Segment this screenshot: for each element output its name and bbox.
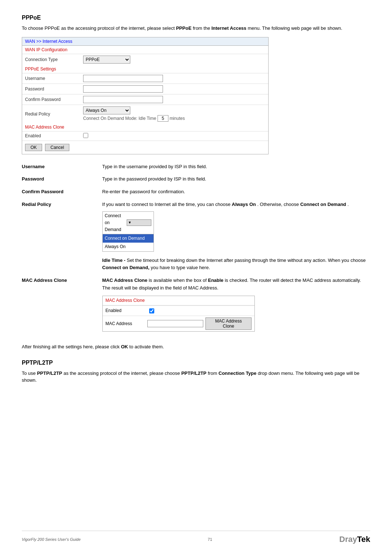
description-table: Username Type in the username provided b…: [22, 162, 370, 338]
form-header: WAN >> Internet Access: [22, 37, 268, 46]
after-text: After finishing all the settings here, p…: [22, 343, 370, 351]
after-text2: to activate them.: [129, 344, 164, 349]
password-desc-content: Type in the password provided by ISP in …: [102, 174, 370, 187]
username-desc-label: Username: [22, 162, 102, 174]
mac-desc-text2: is available when the box of: [149, 278, 208, 283]
connection-type-row: Connection Type PPPoE: [22, 54, 268, 65]
pppoe-title: PPPoE: [22, 15, 370, 21]
mac-address-row: MAC Address MAC Address Clone: [103, 316, 254, 331]
pptp-intro: To use PPTP/L2TP as the accessing protoc…: [22, 370, 370, 384]
after-ok-bold: OK: [121, 344, 128, 349]
username-desc-content: Type in the username provided by ISP in …: [102, 162, 370, 174]
footer: VigorFly 200 Series User's Guide 71 Dray…: [22, 531, 370, 544]
pppoe-intro-bold: PPPoE: [176, 25, 192, 31]
pptp-bold1: PPTP/L2TP: [37, 370, 62, 376]
idle-time-connect-demand-bold: Connect on Demand,: [102, 265, 150, 270]
pptp-title: PPTP/L2TP: [22, 360, 370, 366]
wan-ip-section: WAN IP Configuration: [22, 46, 268, 54]
redial-desc-text2: . Otherwise, choose: [257, 202, 299, 207]
confirm-password-label: Confirm Password: [25, 97, 83, 102]
redial-policy-select[interactable]: Always On Connect on Demand: [83, 106, 130, 114]
idle-time-desc-label: Idle Time -: [102, 258, 126, 263]
confirm-desc-row: Confirm Password Re-enter the password f…: [22, 187, 370, 199]
mac-desc-row: MAC Address Clone MAC Address Clone is a…: [22, 275, 370, 337]
confirm-password-control: [83, 96, 265, 103]
redial-desc-row: Redial Policy If you want to connect to …: [22, 199, 370, 275]
username-label: Username: [25, 76, 83, 81]
idle-time-desc-text1: Set the timeout for breaking down the In…: [127, 258, 366, 263]
enabled-checkbox[interactable]: [83, 133, 88, 138]
connection-type-control: PPPoE: [83, 56, 265, 64]
pppoe-internet-access-bold: Internet Access: [211, 25, 246, 31]
dropdown-illustration: Connect on Demand ▼ Connect on Demand Al…: [102, 211, 154, 252]
redial-policy-label: Redial Policy: [25, 112, 83, 117]
mac-desc-label: MAC Address Clone: [22, 275, 102, 337]
password-desc-label: Password: [22, 174, 102, 187]
mac-section: MAC Address Clone: [22, 123, 268, 131]
mac-enable-bold: Enable: [208, 278, 224, 283]
redial-connect-demand-bold: Connect on Demand: [300, 202, 346, 207]
confirm-password-input[interactable]: [83, 96, 163, 103]
idle-time-unit: minutes: [170, 116, 185, 121]
mac-enabled-row: Enabled: [103, 305, 254, 316]
idle-time-row: Connect On Demand Mode: Idle Time minute…: [83, 115, 265, 122]
redial-desc-label: Redial Policy: [22, 199, 102, 275]
dropdown-item-always[interactable]: Always On: [103, 243, 154, 251]
redial-policy-row: Redial Policy Always On Connect on Deman…: [22, 105, 268, 123]
footer-guide-text: VigorFly 200 Series User's Guide: [22, 537, 81, 542]
pptp-text3: from: [208, 370, 219, 376]
after-text1: After finishing all the settings here, p…: [22, 344, 120, 349]
mac-address-input[interactable]: [147, 320, 203, 327]
idle-time-label: Connect On Demand Mode: Idle Time: [83, 116, 156, 121]
mac-enabled-checkbox[interactable]: [149, 308, 154, 313]
footer-logo-gray: Dray: [339, 535, 357, 544]
dropdown-item-connect[interactable]: Connect on Demand: [103, 234, 154, 243]
connection-type-select[interactable]: PPPoE: [83, 56, 130, 64]
form-buttons: OK Cancel: [22, 141, 268, 154]
mac-desc-content: MAC Address Clone is available when the …: [102, 275, 370, 337]
redial-desc-content: If you want to connect to Internet all t…: [102, 199, 370, 275]
password-label: Password: [25, 86, 83, 92]
mac-sub-form: MAC Address Clone Enabled MAC Address MA…: [102, 296, 255, 332]
mac-clone-button[interactable]: MAC Address Clone: [205, 317, 251, 330]
pppoe-intro: To choose PPPoE as the accessing protoco…: [22, 25, 370, 32]
dropdown-header-text: Connect on Demand: [105, 212, 127, 234]
password-input[interactable]: [83, 85, 163, 93]
pptp-text1: To use: [22, 370, 36, 376]
username-desc-row: Username Type in the username provided b…: [22, 162, 370, 174]
pptp-text2: as the accessing protocol of the interne…: [64, 370, 180, 376]
wan-form: WAN >> Internet Access WAN IP Configurat…: [22, 37, 269, 154]
confirm-password-row: Confirm Password: [22, 94, 268, 105]
mac-sub-form-header: MAC Address Clone: [103, 296, 254, 305]
dropdown-arrow-icon[interactable]: ▼: [127, 219, 151, 226]
pppoe-intro-text2: from the: [193, 25, 211, 31]
enabled-label: Enabled: [25, 133, 83, 138]
footer-logo-black: Tek: [357, 535, 370, 544]
idle-time-desc: Idle Time - Set the timeout for breaking…: [102, 257, 367, 272]
password-desc-row: Password Type in the password provided b…: [22, 174, 370, 187]
confirm-desc-label: Confirm Password: [22, 187, 102, 199]
footer-logo: DrayTek: [339, 535, 370, 544]
enabled-row: Enabled: [22, 131, 268, 141]
pptp-bold2: PPTP/L2TP: [181, 370, 206, 376]
username-row: Username: [22, 73, 268, 84]
pppoe-intro-text3: menu. The following web page will be sho…: [248, 25, 342, 31]
redial-desc-text1: If you want to connect to Internet all t…: [102, 202, 230, 207]
mac-desc-bold1: MAC Address Clone: [102, 278, 147, 283]
dropdown-header: Connect on Demand ▼: [103, 212, 154, 235]
footer-page-number: 71: [208, 537, 212, 542]
enabled-control: [83, 133, 265, 139]
idle-time-input[interactable]: [158, 115, 168, 122]
username-input[interactable]: [83, 75, 163, 82]
mac-address-label: MAC Address: [106, 320, 148, 327]
pptp-bold3: Connection Type: [219, 370, 256, 376]
idle-time-desc-text2: you have to type value here.: [151, 265, 210, 270]
connection-type-label: Connection Type: [25, 57, 83, 62]
redial-policy-control: Always On Connect on Demand Connect On D…: [83, 106, 265, 122]
redial-desc-text3: .: [347, 202, 349, 207]
password-row: Password: [22, 84, 268, 94]
confirm-desc-content: Re-enter the password for confirmation.: [102, 187, 370, 199]
ok-button[interactable]: OK: [25, 144, 42, 151]
cancel-button[interactable]: Cancel: [45, 144, 69, 151]
username-control: [83, 75, 265, 82]
